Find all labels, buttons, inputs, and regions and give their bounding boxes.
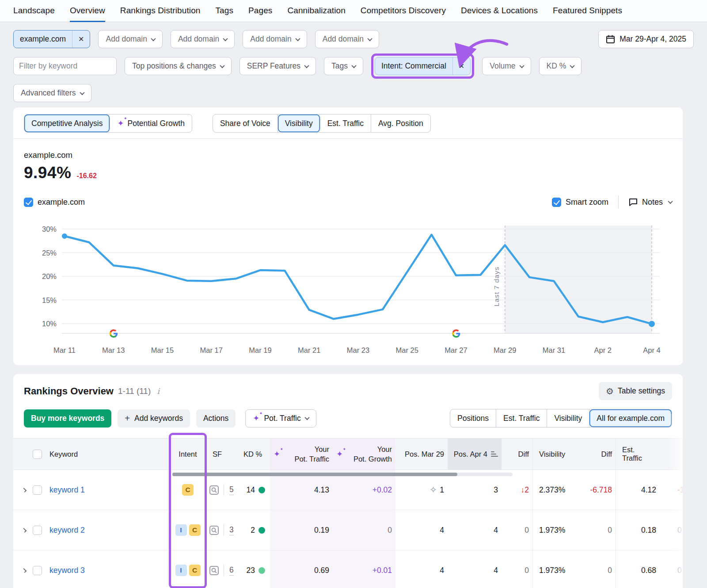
legend-checkbox[interactable] — [24, 198, 33, 207]
nav-tab-landscape[interactable]: Landscape — [13, 0, 55, 22]
visibility-line-chart[interactable]: 30%25%20%15%10%Last 7 daysMar 11Mar 13Ma… — [13, 209, 683, 363]
col-keyword[interactable]: Keyword — [47, 439, 170, 470]
metric-tab-est-traffic[interactable]: Est. Traffic — [320, 115, 371, 132]
col-intent[interactable]: Intent — [170, 439, 205, 470]
sf-count-link[interactable]: 3 — [229, 525, 234, 535]
kd-level-dot — [258, 487, 265, 493]
col-pot-growth[interactable]: ✦YourPot. Growth — [333, 439, 395, 470]
intent-badge-i[interactable]: I — [175, 524, 187, 536]
select-all-checkbox[interactable] — [33, 450, 42, 459]
col-diff3[interactable]: Diff — [660, 439, 683, 470]
mode-tab-potential-growth[interactable]: ✦Potential Growth — [110, 115, 191, 132]
col-diff2[interactable]: Diff — [585, 439, 616, 470]
keyword-link[interactable]: keyword 3 — [49, 566, 85, 575]
expand-row-icon[interactable] — [22, 568, 27, 573]
info-icon[interactable]: i — [157, 386, 160, 396]
view-tab-visibility[interactable]: Visibility — [547, 409, 589, 427]
col-visibility[interactable]: Visibility — [532, 439, 585, 470]
scrollbar-thumb[interactable] — [172, 473, 457, 476]
est-diff-cell: 0 — [660, 510, 683, 550]
intent-filter-chip[interactable]: Intent: Commercial ✕ — [375, 57, 471, 75]
top-positions-filter[interactable]: Top positions & changes — [125, 57, 232, 75]
expand-row-icon[interactable] — [22, 488, 27, 493]
col-sf[interactable]: SF — [205, 439, 240, 470]
nav-tab-competitors-discovery[interactable]: Competitors Discovery — [361, 0, 446, 22]
chevron-down-icon — [80, 90, 84, 95]
col-est-traffic[interactable]: Est. Traffic — [616, 439, 660, 470]
chevron-down-icon — [519, 63, 524, 68]
nav-tab-cannibalization[interactable]: Cannibalization — [287, 0, 345, 22]
chevron-down-icon — [304, 63, 309, 68]
date-range-label: Mar 29-Apr 4, 2025 — [620, 34, 686, 44]
view-tab-positions[interactable]: Positions — [450, 409, 496, 427]
nav-tab-pages[interactable]: Pages — [248, 0, 272, 22]
visibility-cell: 2.373% — [532, 470, 585, 510]
smart-zoom-checkbox[interactable] — [552, 198, 561, 207]
notes-button[interactable]: Notes — [628, 197, 672, 207]
col-pos-end-sorted[interactable]: Pos. Apr 4 — [448, 439, 502, 470]
serp-features-filter[interactable]: SERP Features — [239, 57, 316, 75]
est-diff-cell: 0 — [660, 550, 683, 588]
table-settings-button[interactable]: ⚙ Table settings — [599, 382, 672, 400]
notes-label: Notes — [642, 198, 663, 207]
metric-tab-share-of-voice[interactable]: Share of Voice — [213, 115, 278, 132]
nav-tab-featured-snippets[interactable]: Featured Snippets — [553, 0, 622, 22]
close-icon[interactable]: ✕ — [72, 31, 90, 48]
add-keywords-button[interactable]: + Add keywords — [118, 409, 190, 428]
gear-icon: ⚙ — [606, 387, 614, 396]
serp-preview-icon[interactable] — [209, 565, 219, 576]
svg-text:Mar 21: Mar 21 — [298, 346, 320, 354]
intent-badge-c[interactable]: C — [182, 484, 194, 496]
row-checkbox[interactable] — [33, 566, 42, 575]
view-tab-est-traffic[interactable]: Est. Traffic — [496, 409, 547, 427]
tags-filter[interactable]: Tags — [324, 57, 363, 75]
mode-tab-competitive-analysis[interactable]: Competitive Analysis — [24, 115, 110, 132]
nav-tab-overview[interactable]: Overview — [70, 0, 105, 22]
metric-tab-visibility[interactable]: Visibility — [278, 115, 320, 132]
plus-icon: + — [125, 414, 130, 423]
expand-row-icon[interactable] — [22, 528, 27, 533]
row-checkbox[interactable] — [33, 485, 42, 495]
row-checkbox[interactable] — [33, 526, 42, 535]
advanced-filters-button[interactable]: Advanced filters — [13, 84, 91, 102]
col-diff[interactable]: Diff — [502, 439, 532, 470]
add-domain-button-1[interactable]: Add domain — [98, 30, 162, 48]
buy-more-keywords-button[interactable]: Buy more keywords — [24, 409, 111, 428]
svg-text:Last 7 days: Last 7 days — [493, 267, 500, 306]
add-domain-button-4[interactable]: Add domain — [315, 30, 379, 48]
chevron-down-icon — [351, 63, 356, 68]
intent-cell: IC — [170, 550, 205, 588]
pot-traffic-dropdown[interactable]: ✦ Pot. Traffic — [245, 409, 316, 428]
kd-filter[interactable]: KD % — [539, 57, 582, 75]
nav-tab-devices-locations[interactable]: Devices & Locations — [461, 0, 538, 22]
volume-filter[interactable]: Volume — [482, 57, 531, 75]
intent-badge-c[interactable]: C — [189, 524, 201, 536]
serp-preview-icon[interactable] — [209, 485, 219, 495]
add-domain-button-2[interactable]: Add domain — [171, 30, 235, 48]
sf-count-link[interactable]: 6 — [229, 565, 234, 576]
nav-tab-tags[interactable]: Tags — [216, 0, 234, 22]
add-domain-button-3[interactable]: Add domain — [243, 30, 307, 48]
svg-text:Mar 23: Mar 23 — [347, 346, 369, 354]
domain-chip[interactable]: example.com ✕ — [13, 30, 90, 48]
col-pos-start[interactable]: Pos. Mar 29 — [395, 439, 448, 470]
keyword-link[interactable]: keyword 1 — [49, 485, 85, 495]
actions-button[interactable]: Actions — [196, 409, 236, 428]
nav-tab-rankings-distribution[interactable]: Rankings Distribution — [120, 0, 201, 22]
intent-badge-i[interactable]: I — [175, 565, 187, 576]
horizontal-scrollbar[interactable] — [172, 473, 513, 476]
serp-feature-diamond-icon[interactable]: ✧ — [430, 485, 437, 495]
col-pot-traffic[interactable]: ✦YourPot. Traffic — [270, 439, 333, 470]
view-tab-all-for-example-com[interactable]: All for example.com — [589, 409, 672, 427]
intent-badge-c[interactable]: C — [189, 565, 201, 576]
col-kd[interactable]: KD % — [240, 439, 270, 470]
sf-count-link[interactable]: 5 — [229, 485, 234, 495]
domain-chip-label: example.com — [14, 34, 72, 44]
date-range-button[interactable]: Mar 29-Apr 4, 2025 — [598, 30, 694, 48]
serp-preview-icon[interactable] — [209, 525, 219, 535]
close-icon[interactable]: ✕ — [452, 57, 470, 75]
keyword-link[interactable]: keyword 2 — [49, 526, 85, 535]
keyword-filter-input[interactable] — [14, 57, 117, 75]
metric-tab-avg-position[interactable]: Avg. Position — [371, 115, 430, 132]
notes-icon — [628, 197, 638, 207]
